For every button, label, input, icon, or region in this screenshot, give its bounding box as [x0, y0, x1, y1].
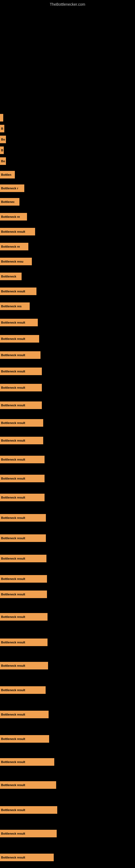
bar-label: Bottleneck	[1, 275, 16, 278]
bar-row	[0, 114, 3, 122]
bar-row: Bottleneck result	[0, 475, 45, 482]
bar-label: Bottleneck result	[1, 439, 25, 442]
bar-row: Bottleneck result	[0, 401, 42, 409]
bar-row: Bottleneck re	[0, 213, 27, 220]
bar-label: Bottleneck result	[1, 737, 25, 741]
bar-label: Bottleneck result	[1, 783, 25, 786]
bar-row: Bottleneck result	[0, 514, 46, 522]
bar-label: Bottleneck result	[1, 536, 25, 540]
bar-label: Bottleneck result	[1, 664, 25, 667]
bar-label: B	[1, 149, 3, 152]
bar-row: Bottleneck	[0, 273, 21, 280]
bar-row: Bottleneck result	[0, 590, 47, 598]
bar-label: Bottleneck result	[1, 593, 25, 596]
bar-label: Bottleneck result	[1, 641, 25, 644]
bar-label: Bottleneck r	[1, 187, 18, 190]
bar-label: Bottleneck result	[1, 337, 25, 340]
bar-row: Bottleneck result	[0, 228, 35, 236]
bar-label: Bottleneck result	[1, 557, 25, 560]
bar-row: Bottleneck re	[0, 243, 28, 250]
bar-row: Bottleneck result	[0, 639, 48, 646]
bar-label: Bottleneck re	[1, 245, 20, 248]
bar-row: Bottleneck result	[0, 335, 39, 343]
bar-label: Bo	[1, 138, 5, 141]
bar-row: Bottleneck result	[0, 456, 45, 463]
bar-row: B	[0, 147, 4, 154]
bar-label: Bottleneck result	[1, 832, 25, 835]
bar-row: Bottleneck result	[0, 758, 54, 766]
bar-label: Bottleneck result	[1, 615, 25, 618]
bar-label: Bottleneck result	[1, 688, 25, 692]
bar-label: Bottleneck result	[1, 321, 25, 324]
bar-row: Bottleneck result	[0, 287, 37, 295]
bar-label: Bottleneck result	[1, 477, 25, 480]
bar-row: Bo	[0, 135, 6, 143]
bar-row: Bottleneck result	[0, 735, 49, 743]
bar-row: Bottleneck result	[0, 384, 42, 392]
bar-label: Bottleneck result	[1, 760, 25, 764]
bar-row: Bottleneck result	[0, 437, 43, 444]
bar-label: B	[1, 127, 3, 130]
bar-row: Bottlen	[0, 171, 15, 179]
bar-label: Bottleneck result	[1, 353, 25, 357]
bar-row: B	[0, 125, 4, 132]
bar-row: Bottleneck result	[0, 781, 56, 789]
bar-row: Bottleneck result	[0, 368, 42, 375]
bar-row: Bottleneck result	[0, 419, 43, 427]
bar-label: Bottleneck result	[1, 496, 25, 499]
bar-row: Bottleneck res	[0, 303, 30, 310]
bar-row: Bottleneck result	[0, 854, 54, 861]
bar-row: Bottleneck result	[0, 830, 57, 837]
bar-label: Bottleneck result	[1, 516, 25, 520]
bar-label: Bo	[1, 159, 5, 163]
bar-row: Bottleneck result	[0, 494, 45, 501]
bar-label: Bottleneck result	[1, 421, 25, 425]
bar-label: Bottleneck result	[1, 808, 25, 812]
bar-label: Bottlenec	[1, 200, 14, 204]
bar-row: Bottleneck result	[0, 806, 57, 814]
bar-label: Bottlen	[1, 173, 11, 176]
bar-label: Bottleneck resu	[1, 260, 24, 263]
bar-row: Bottleneck result	[0, 351, 41, 359]
bar-row: Bottleneck result	[0, 613, 48, 621]
bar-row: Bottleneck result	[0, 319, 38, 326]
bar-row: Bo	[0, 157, 6, 165]
bar-label: Bottleneck result	[1, 577, 25, 581]
bar-label: Bottleneck result	[1, 290, 25, 293]
bar-row: Bottleneck result	[0, 686, 46, 694]
bar-row: Bottleneck r	[0, 184, 24, 192]
bar-row: Bottleneck result	[0, 575, 47, 583]
bar-label: Bottleneck re	[1, 215, 20, 218]
bar-row: Bottleneck result	[0, 711, 49, 718]
bar-label: Bottleneck result	[1, 404, 25, 407]
bar-label: Bottleneck res	[1, 305, 21, 308]
bar-label: Bottleneck result	[1, 386, 25, 389]
bar-label: Bottleneck result	[1, 230, 25, 233]
bar-row: Bottlenec	[0, 198, 19, 206]
bar-label: Bottleneck result	[1, 370, 25, 373]
bar-label: Bottleneck result	[1, 856, 25, 859]
bar-row: Bottleneck result	[0, 662, 48, 670]
bar-row: Bottleneck resu	[0, 258, 32, 265]
bar-label: Bottleneck result	[1, 458, 25, 461]
bar-row: Bottleneck result	[0, 555, 46, 562]
bar-row: Bottleneck result	[0, 534, 46, 542]
bar-label: Bottleneck result	[1, 713, 25, 716]
